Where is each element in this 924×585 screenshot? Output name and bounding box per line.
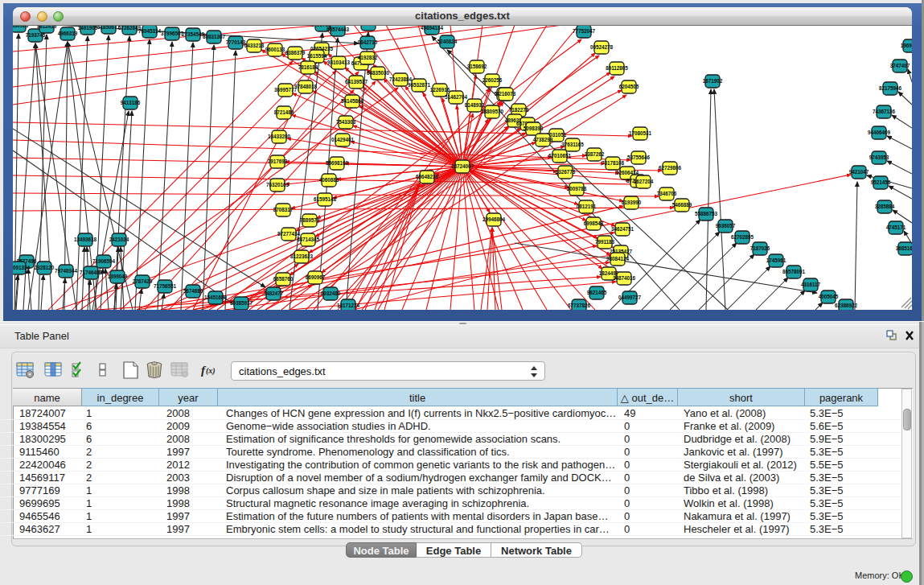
svg-text:8386379: 8386379: [285, 50, 306, 56]
svg-text:4966319: 4966319: [58, 31, 78, 36]
svg-text:73178108: 73178108: [602, 160, 625, 166]
svg-text:6204505: 6204505: [619, 84, 639, 89]
svg-text:3158692: 3158692: [467, 64, 487, 69]
svg-text:37996507: 37996507: [161, 31, 184, 36]
svg-text:97848018: 97848018: [294, 84, 318, 89]
svg-text:72423884: 72423884: [389, 76, 413, 82]
svg-text:77752047: 77752047: [573, 28, 596, 34]
svg-text:1969379: 1969379: [901, 43, 912, 48]
svg-text:6193990: 6193990: [622, 200, 642, 205]
svg-text:7346706: 7346706: [657, 191, 677, 196]
svg-text:94406409: 94406409: [868, 130, 891, 135]
svg-text:1491905: 1491905: [78, 25, 98, 31]
svg-text:3482477: 3482477: [264, 290, 284, 296]
svg-text:55698169: 55698169: [326, 160, 349, 166]
svg-text:3387262: 3387262: [585, 151, 605, 157]
svg-text:74367136: 74367136: [873, 109, 896, 114]
svg-text:04499727: 04499727: [618, 295, 642, 300]
svg-text:5009788: 5009788: [567, 186, 587, 192]
svg-text:67737826: 67737826: [568, 303, 591, 308]
svg-text:53755646: 53755646: [627, 154, 651, 160]
svg-text:8148932: 8148932: [465, 102, 485, 108]
svg-text:93103413: 93103413: [327, 60, 351, 65]
svg-text:34624751: 34624751: [611, 226, 634, 232]
svg-text:34714345: 34714345: [297, 237, 320, 242]
svg-text:6658760: 6658760: [273, 276, 294, 282]
svg-text:7889579: 7889579: [300, 217, 320, 223]
svg-text:18724007: 18724007: [451, 163, 474, 169]
svg-text:3685160: 3685160: [896, 245, 912, 251]
svg-text:15451680: 15451680: [204, 295, 228, 300]
svg-text:62386922: 62386922: [835, 303, 858, 308]
svg-text:67010651: 67010651: [548, 153, 572, 159]
svg-text:54145868: 54145868: [341, 98, 364, 104]
svg-text:0812191: 0812191: [577, 204, 597, 209]
svg-text:62729806: 62729806: [659, 165, 682, 171]
svg-text:01429401: 01429401: [331, 137, 355, 142]
svg-text:71746488: 71746488: [80, 270, 103, 275]
svg-text:1399049: 1399049: [108, 274, 128, 279]
svg-text:2260256: 2260256: [483, 77, 503, 83]
svg-text:5674680: 5674680: [183, 288, 203, 294]
svg-text:7917693: 7917693: [268, 159, 288, 164]
svg-text:4192832: 4192832: [358, 55, 378, 60]
svg-text:34874016: 34874016: [613, 275, 636, 281]
svg-text:37631165: 37631165: [561, 142, 584, 147]
svg-text:51462704: 51462704: [445, 94, 468, 100]
svg-text:99091334: 99091334: [13, 265, 30, 270]
svg-text:9821465: 9821465: [587, 290, 607, 295]
svg-text:4216073: 4216073: [496, 91, 516, 97]
svg-text:0433218: 0433218: [244, 43, 265, 48]
svg-text:1326773: 1326773: [556, 169, 576, 175]
svg-text:76320163: 76320163: [266, 182, 290, 187]
svg-text:13493618: 13493618: [74, 237, 97, 242]
svg-text:13171274: 13171274: [337, 303, 360, 308]
svg-text:0842710: 0842710: [358, 39, 378, 45]
svg-text:3747407: 3747407: [890, 63, 910, 68]
svg-text:7543303: 7543303: [336, 119, 356, 125]
svg-text:3285884: 3285884: [875, 204, 895, 209]
svg-text:87277434: 87277434: [277, 231, 301, 237]
svg-text:71756551: 71756551: [154, 283, 177, 289]
svg-text:55886753: 55886753: [695, 211, 718, 216]
svg-text:1615594: 1615594: [307, 53, 327, 59]
svg-text:8708317: 8708317: [273, 207, 294, 212]
svg-text:71906594: 71906594: [92, 258, 116, 264]
svg-text:96532871: 96532871: [408, 82, 431, 88]
svg-text:5466889: 5466889: [672, 202, 692, 208]
svg-text:1745961: 1745961: [766, 257, 786, 263]
svg-text:85574443: 85574443: [326, 27, 350, 32]
svg-text:60385977: 60385977: [230, 300, 253, 306]
svg-text:4005045: 4005045: [819, 294, 839, 299]
svg-text:64139537: 64139537: [345, 79, 368, 84]
svg-text:9743953: 9743953: [869, 154, 889, 160]
svg-text:9636057: 9636057: [716, 223, 736, 229]
svg-text:2787429: 2787429: [133, 278, 153, 284]
svg-text:64835030: 64835030: [367, 70, 390, 76]
svg-text:9421047: 9421047: [849, 169, 869, 175]
svg-text:4745171: 4745171: [886, 225, 906, 230]
svg-text:2421024: 2421024: [109, 237, 129, 242]
svg-text:79740344: 79740344: [55, 268, 78, 274]
svg-text:36995777: 36995777: [274, 87, 298, 93]
svg-text:1226916: 1226916: [430, 87, 450, 93]
svg-text:7187026: 7187026: [750, 245, 770, 251]
svg-text:2328120: 2328120: [35, 265, 55, 270]
svg-text:82175946: 82175946: [879, 85, 902, 91]
svg-text:7991183: 7991183: [595, 239, 615, 245]
svg-text:80831367: 80831367: [203, 34, 226, 39]
svg-text:81223623: 81223623: [290, 253, 314, 259]
svg-text:65648236: 65648236: [416, 174, 439, 179]
svg-text:6690967: 6690967: [306, 274, 326, 280]
svg-text:61595148: 61595148: [314, 196, 337, 202]
svg-text:0932480: 0932480: [321, 290, 341, 296]
svg-text:27354549: 27354549: [182, 31, 205, 37]
svg-text:1627204: 1627204: [634, 179, 654, 184]
svg-text:29946804: 29946804: [483, 216, 506, 222]
svg-text:13433200: 13433200: [268, 134, 291, 139]
svg-text:9413186: 9413186: [121, 100, 141, 105]
svg-text:6998543: 6998543: [584, 220, 604, 226]
svg-text:5098393: 5098393: [524, 126, 544, 131]
svg-text:8721489: 8721489: [274, 109, 294, 115]
svg-text:28809570: 28809570: [481, 109, 504, 114]
